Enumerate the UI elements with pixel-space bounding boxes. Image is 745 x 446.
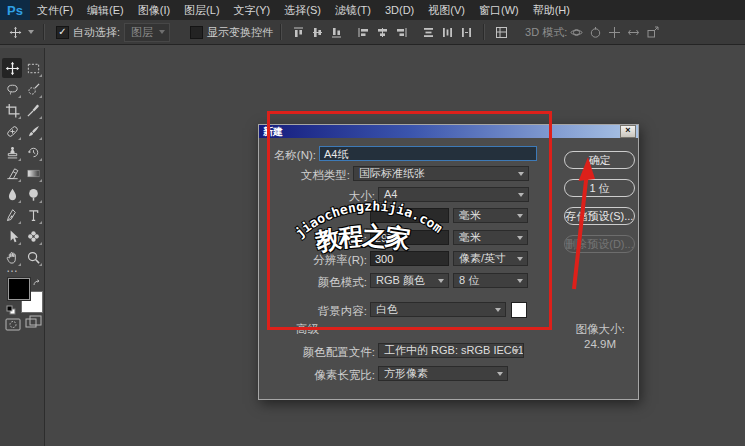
document-type-select[interactable]: 国际标准纸张 (353, 166, 529, 181)
auto-select-checkbox[interactable]: ✓ (56, 26, 69, 39)
workspace-panels-icon[interactable] (495, 26, 508, 39)
show-transform-label: 显示变换控件 (207, 25, 273, 40)
menu-filter[interactable]: 滤镜(T) (328, 0, 378, 20)
path-selection-tool[interactable] (2, 226, 22, 246)
menu-bar: Ps 文件(F) 编辑(E) 图像(I) 图层(L) 文字(Y) 选择(S) 滤… (0, 0, 745, 20)
pixel-aspect-ratio-select[interactable]: 方形像素 (378, 366, 508, 381)
type-tool[interactable] (23, 205, 43, 225)
photoshop-window: Ps 文件(F) 编辑(E) 图像(I) 图层(L) 文字(Y) 选择(S) 滤… (0, 0, 745, 446)
spot-healing-brush-tool[interactable] (2, 121, 22, 141)
height-unit-select[interactable]: 毫米 (453, 230, 528, 245)
gradient-icon (26, 166, 41, 181)
lasso-icon (5, 82, 20, 97)
width-field[interactable] (370, 208, 449, 223)
auto-select-target-select[interactable]: 图层 (124, 23, 170, 42)
quick-mask-button[interactable] (5, 317, 21, 335)
menu-image[interactable]: 图像(I) (131, 0, 177, 20)
separator (43, 24, 45, 40)
width-unit-select[interactable]: 毫米 (453, 208, 528, 223)
eraser-icon (5, 166, 20, 181)
menu-file[interactable]: 文件(F) (30, 0, 80, 20)
dodge-tool[interactable] (23, 184, 43, 204)
save-preset-button[interactable]: 存储预设(S)... (564, 207, 635, 225)
distribute-horizontal-icon[interactable] (441, 26, 454, 39)
align-vertical-center-icon[interactable] (311, 26, 324, 39)
menu-view[interactable]: 视图(V) (421, 0, 472, 20)
blur-tool[interactable] (2, 184, 22, 204)
crop-tool[interactable] (2, 100, 22, 120)
pixel-aspect-ratio-label: 像素长宽比: (261, 368, 375, 383)
brush-icon (26, 124, 41, 139)
height-field[interactable]: 297 (370, 230, 449, 245)
tool-options-bar: ✓ 自动选择: 图层 显示变换控件 3D 模式: (0, 20, 745, 45)
brush-tool[interactable] (23, 121, 43, 141)
cancel-button[interactable]: 1 位 (564, 179, 635, 197)
separator (280, 24, 282, 40)
align-right-icon[interactable] (395, 26, 408, 39)
screen-mode-button[interactable] (25, 315, 42, 334)
show-transform-checkbox[interactable] (190, 26, 203, 39)
eyedropper-tool[interactable] (23, 100, 43, 120)
menu-window[interactable]: 窗口(W) (472, 0, 526, 20)
resolution-label: 分辨率(R): (261, 253, 367, 268)
menu-edit[interactable]: 编辑(E) (80, 0, 131, 20)
marquee-icon (26, 61, 41, 76)
3d-rotate-icon[interactable] (570, 26, 583, 39)
pen-icon (5, 208, 20, 223)
rectangular-marquee-tool[interactable] (23, 58, 43, 78)
new-document-dialog: 新建 × 名称(N): A4纸 文档类型: 国际标准纸张 大小: A4 毫米 高… (258, 124, 639, 400)
align-horizontal-center-icon[interactable] (376, 26, 389, 39)
size-select[interactable]: A4 (378, 187, 529, 202)
mode-3d-label: 3D 模式: (525, 25, 567, 40)
distribute-vertical-icon[interactable] (422, 26, 435, 39)
quick-selection-tool[interactable] (23, 79, 43, 99)
edit-toolbar-ellipsis[interactable]: … (6, 264, 19, 272)
blur-drop-icon (5, 187, 20, 202)
background-contents-select[interactable]: 白色 (370, 302, 506, 317)
lasso-tool[interactable] (2, 79, 22, 99)
background-color-chip[interactable] (511, 302, 527, 318)
move-icon (5, 61, 20, 76)
dialog-title-bar[interactable]: 新建 × (259, 125, 638, 138)
3d-scale-icon[interactable] (646, 26, 659, 39)
eraser-tool[interactable] (2, 163, 22, 183)
menu-select[interactable]: 选择(S) (277, 0, 328, 20)
move-tool[interactable] (2, 58, 22, 78)
stamp-icon (5, 145, 20, 160)
align-top-icon[interactable] (292, 26, 305, 39)
3d-roll-icon[interactable] (589, 26, 602, 39)
3d-slide-icon[interactable] (627, 26, 640, 39)
height-label: 高度(H): (261, 232, 367, 247)
history-brush-tool[interactable] (23, 142, 43, 162)
custom-shape-tool[interactable] (23, 226, 43, 246)
color-profile-select[interactable]: 工作中的 RGB: sRGB IEC619... (378, 343, 524, 358)
distribute-spacing-icon[interactable] (460, 26, 473, 39)
image-size-value: 24.9M (554, 338, 646, 350)
close-icon[interactable]: × (620, 125, 636, 138)
align-left-icon[interactable] (357, 26, 370, 39)
resolution-field[interactable]: 300 (370, 251, 449, 266)
align-bottom-icon[interactable] (330, 26, 343, 39)
chevron-down-icon[interactable] (28, 30, 34, 34)
color-mode-select[interactable]: RGB 颜色 (370, 273, 449, 288)
bit-depth-select[interactable]: 8 位 (453, 273, 528, 288)
ok-button[interactable]: 确定 (564, 151, 635, 169)
color-profile-label: 颜色配置文件: (261, 345, 375, 360)
magnifier-icon (26, 250, 41, 265)
advanced-section-label[interactable]: 高级 (296, 322, 319, 337)
3d-pan-icon[interactable] (608, 26, 621, 39)
name-field[interactable]: A4纸 (319, 146, 537, 161)
swap-colors-icon[interactable] (32, 275, 42, 293)
resolution-unit-select[interactable]: 像素/英寸 (453, 251, 528, 266)
gradient-tool[interactable] (23, 163, 43, 183)
menu-help[interactable]: 帮助(H) (526, 0, 577, 20)
dodge-icon (26, 187, 41, 202)
menu-3d[interactable]: 3D(D) (378, 0, 421, 20)
clone-stamp-tool[interactable] (2, 142, 22, 162)
foreground-color-swatch[interactable] (8, 278, 30, 300)
menu-layer[interactable]: 图层(L) (177, 0, 226, 20)
menu-type[interactable]: 文字(Y) (227, 0, 278, 20)
name-label: 名称(N): (261, 148, 316, 163)
pen-tool[interactable] (2, 205, 22, 225)
zoom-tool[interactable] (23, 247, 43, 267)
